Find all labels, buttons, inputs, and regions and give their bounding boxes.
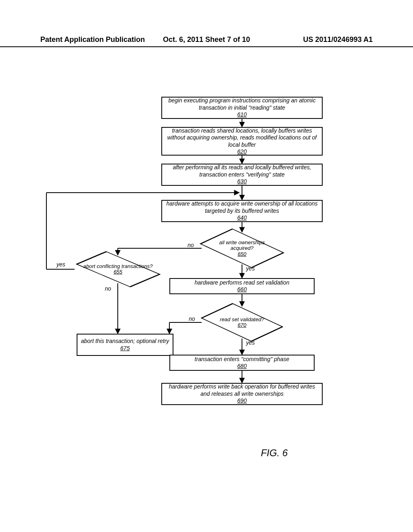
node-680-text: transaction enters "committing" phase: [195, 356, 290, 363]
page-header: Patent Application Publication Oct. 6, 2…: [0, 35, 413, 47]
node-655-ref: 655: [114, 269, 123, 275]
label-655-yes: yes: [56, 261, 65, 268]
node-630-text: after performing all its reads and local…: [165, 164, 319, 178]
node-690: hardware performs write back operation f…: [161, 383, 323, 405]
node-640-text: hardware attempts to acquire write owner…: [165, 200, 319, 214]
node-610-ref: 610: [237, 111, 246, 118]
node-690-ref: 690: [237, 397, 246, 405]
flowchart: begin executing program instructions com…: [32, 97, 379, 459]
node-630-ref: 630: [237, 178, 246, 185]
node-660-ref: 660: [237, 286, 246, 293]
node-650-ref: 650: [238, 251, 246, 257]
label-650-no: no: [188, 242, 194, 248]
label-655-no: no: [105, 285, 111, 292]
node-640: hardware attempts to acquire write owner…: [161, 200, 323, 222]
node-640-ref: 640: [237, 214, 246, 222]
node-670-text: read set validated?: [220, 316, 264, 322]
node-670-ref: 670: [238, 322, 246, 328]
figure-caption: FIG. 6: [186, 447, 363, 459]
node-680-ref: 680: [237, 363, 246, 370]
node-620-ref: 620: [237, 148, 246, 156]
node-675-ref: 675: [120, 345, 129, 352]
node-655-text: abort conflicting transactions?: [83, 263, 153, 269]
label-650-yes: yes: [246, 265, 255, 272]
page: Patent Application Publication Oct. 6, 2…: [0, 0, 413, 532]
node-660: hardware performs read set validation 66…: [169, 278, 315, 294]
node-620: transaction reads shared locations, loca…: [161, 127, 323, 156]
node-650-text: all write ownerships acquired?: [219, 239, 265, 251]
node-655: abort conflicting transactions? 655: [73, 255, 163, 283]
node-630: after performing all its reads and local…: [161, 164, 323, 186]
header-left: Patent Application Publication: [40, 35, 151, 44]
label-670-no: no: [189, 316, 195, 322]
node-620-text: transaction reads shared locations, loca…: [165, 127, 319, 149]
node-675: abort this transaction; optional retry 6…: [77, 334, 173, 356]
header-right: US 2011/0246993 A1: [262, 35, 373, 44]
node-690-text: hardware performs write back operation f…: [165, 383, 319, 397]
node-660-text: hardware performs read set validation: [194, 279, 289, 287]
node-680: transaction enters "committing" phase 68…: [169, 355, 315, 371]
node-610-text: begin executing program instructions com…: [165, 97, 319, 111]
node-650: all write ownerships acquired? 650: [202, 232, 282, 264]
node-670: read set validated? 670: [202, 306, 282, 339]
node-675-text: abort this transaction; optional retry: [81, 338, 169, 345]
label-670-yes: yes: [246, 339, 255, 346]
header-center: Oct. 6, 2011 Sheet 7 of 10: [151, 35, 262, 44]
node-610: begin executing program instructions com…: [161, 97, 323, 119]
